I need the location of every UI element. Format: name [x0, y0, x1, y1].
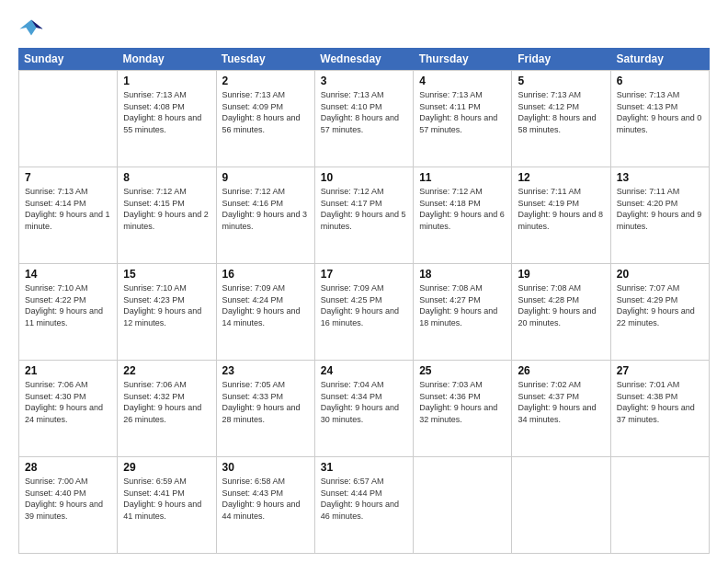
- day-info: Sunrise: 7:11 AM Sunset: 4:19 PM Dayligh…: [518, 186, 604, 232]
- calendar-cell: 5Sunrise: 7:13 AM Sunset: 4:12 PM Daylig…: [512, 71, 610, 167]
- calendar-cell: [414, 457, 512, 553]
- calendar-cell: 11Sunrise: 7:12 AM Sunset: 4:18 PM Dayli…: [414, 167, 512, 263]
- day-info: Sunrise: 7:03 AM Sunset: 4:36 PM Dayligh…: [419, 379, 506, 425]
- calendar-body: 1Sunrise: 7:13 AM Sunset: 4:08 PM Daylig…: [18, 70, 710, 554]
- calendar-cell: 27Sunrise: 7:01 AM Sunset: 4:38 PM Dayli…: [611, 361, 710, 456]
- day-info: Sunrise: 7:13 AM Sunset: 4:14 PM Dayligh…: [25, 186, 111, 232]
- calendar-cell: 16Sunrise: 7:09 AM Sunset: 4:24 PM Dayli…: [217, 264, 315, 360]
- calendar-cell: 18Sunrise: 7:08 AM Sunset: 4:27 PM Dayli…: [414, 264, 512, 360]
- day-info: Sunrise: 7:13 AM Sunset: 4:08 PM Dayligh…: [123, 89, 210, 135]
- day-info: Sunrise: 6:57 AM Sunset: 4:44 PM Dayligh…: [321, 476, 407, 522]
- calendar-cell: 23Sunrise: 7:05 AM Sunset: 4:33 PM Dayli…: [217, 361, 315, 456]
- calendar-cell: 12Sunrise: 7:11 AM Sunset: 4:19 PM Dayli…: [512, 167, 610, 263]
- calendar-cell: 29Sunrise: 6:59 AM Sunset: 4:41 PM Dayli…: [118, 457, 216, 553]
- day-of-week-saturday: Saturday: [611, 48, 710, 70]
- day-info: Sunrise: 7:13 AM Sunset: 4:13 PM Dayligh…: [617, 89, 703, 135]
- day-info: Sunrise: 7:13 AM Sunset: 4:12 PM Dayligh…: [518, 89, 604, 135]
- day-info: Sunrise: 7:13 AM Sunset: 4:10 PM Dayligh…: [321, 89, 407, 135]
- calendar-cell: 2Sunrise: 7:13 AM Sunset: 4:09 PM Daylig…: [217, 71, 315, 167]
- day-info: Sunrise: 7:10 AM Sunset: 4:23 PM Dayligh…: [123, 282, 210, 328]
- day-number: 4: [419, 75, 506, 87]
- calendar-cell: 30Sunrise: 6:58 AM Sunset: 4:43 PM Dayli…: [217, 457, 315, 553]
- day-number: 29: [123, 461, 210, 474]
- calendar-cell: 28Sunrise: 7:00 AM Sunset: 4:40 PM Dayli…: [19, 457, 118, 553]
- day-of-week-sunday: Sunday: [18, 48, 117, 70]
- day-number: 9: [222, 171, 309, 184]
- day-info: Sunrise: 6:58 AM Sunset: 4:43 PM Dayligh…: [222, 476, 309, 522]
- day-number: 5: [518, 75, 604, 87]
- day-number: 12: [518, 171, 604, 184]
- day-info: Sunrise: 7:06 AM Sunset: 4:32 PM Dayligh…: [123, 379, 210, 425]
- header: [18, 15, 710, 40]
- day-number: 19: [518, 268, 604, 281]
- day-info: Sunrise: 7:08 AM Sunset: 4:28 PM Dayligh…: [518, 282, 604, 328]
- day-of-week-wednesday: Wednesday: [314, 48, 413, 70]
- day-number: 3: [321, 75, 407, 87]
- day-number: 13: [617, 171, 703, 184]
- day-number: 17: [321, 268, 407, 281]
- day-info: Sunrise: 7:08 AM Sunset: 4:27 PM Dayligh…: [419, 282, 506, 328]
- calendar-cell: 15Sunrise: 7:10 AM Sunset: 4:23 PM Dayli…: [118, 264, 216, 360]
- day-info: Sunrise: 7:07 AM Sunset: 4:29 PM Dayligh…: [617, 282, 703, 328]
- day-number: 20: [617, 268, 703, 281]
- calendar-cell: [611, 457, 710, 553]
- day-number: 31: [321, 461, 407, 474]
- day-info: Sunrise: 7:04 AM Sunset: 4:34 PM Dayligh…: [321, 379, 407, 425]
- calendar-cell: 26Sunrise: 7:02 AM Sunset: 4:37 PM Dayli…: [512, 361, 610, 456]
- day-number: 25: [419, 364, 506, 377]
- day-number: 10: [321, 171, 407, 184]
- calendar-cell: 24Sunrise: 7:04 AM Sunset: 4:34 PM Dayli…: [315, 361, 414, 456]
- day-number: 23: [222, 364, 309, 377]
- day-number: 11: [419, 171, 506, 184]
- day-number: 7: [25, 171, 111, 184]
- day-info: Sunrise: 7:12 AM Sunset: 4:17 PM Dayligh…: [321, 186, 407, 232]
- day-number: 8: [123, 171, 210, 184]
- day-info: Sunrise: 7:12 AM Sunset: 4:18 PM Dayligh…: [419, 186, 506, 232]
- calendar-cell: 22Sunrise: 7:06 AM Sunset: 4:32 PM Dayli…: [118, 361, 216, 456]
- day-number: 21: [25, 364, 111, 377]
- day-number: 26: [518, 364, 604, 377]
- calendar-cell: [512, 457, 610, 553]
- day-info: Sunrise: 7:12 AM Sunset: 4:16 PM Dayligh…: [222, 186, 309, 232]
- calendar-cell: 1Sunrise: 7:13 AM Sunset: 4:08 PM Daylig…: [118, 71, 216, 167]
- logo: [18, 15, 46, 40]
- calendar-row-4: 21Sunrise: 7:06 AM Sunset: 4:30 PM Dayli…: [19, 360, 710, 456]
- day-number: 14: [25, 268, 111, 281]
- day-of-week-monday: Monday: [117, 48, 215, 70]
- calendar-cell: [19, 71, 118, 167]
- calendar-header: SundayMondayTuesdayWednesdayThursdayFrid…: [18, 48, 710, 70]
- day-number: 6: [617, 75, 703, 87]
- day-info: Sunrise: 7:09 AM Sunset: 4:25 PM Dayligh…: [321, 282, 407, 328]
- day-info: Sunrise: 6:59 AM Sunset: 4:41 PM Dayligh…: [123, 476, 210, 522]
- calendar-cell: 8Sunrise: 7:12 AM Sunset: 4:15 PM Daylig…: [118, 167, 216, 263]
- calendar-cell: 20Sunrise: 7:07 AM Sunset: 4:29 PM Dayli…: [611, 264, 710, 360]
- day-number: 27: [617, 364, 703, 377]
- calendar-cell: 17Sunrise: 7:09 AM Sunset: 4:25 PM Dayli…: [315, 264, 414, 360]
- day-of-week-thursday: Thursday: [414, 48, 512, 70]
- calendar-cell: 19Sunrise: 7:08 AM Sunset: 4:28 PM Dayli…: [512, 264, 610, 360]
- day-number: 28: [25, 461, 111, 474]
- day-info: Sunrise: 7:06 AM Sunset: 4:30 PM Dayligh…: [25, 379, 111, 425]
- day-number: 30: [222, 461, 309, 474]
- day-info: Sunrise: 7:13 AM Sunset: 4:09 PM Dayligh…: [222, 89, 309, 135]
- day-info: Sunrise: 7:01 AM Sunset: 4:38 PM Dayligh…: [617, 379, 703, 425]
- day-of-week-tuesday: Tuesday: [216, 48, 314, 70]
- calendar-cell: 6Sunrise: 7:13 AM Sunset: 4:13 PM Daylig…: [611, 71, 710, 167]
- day-number: 16: [222, 268, 309, 281]
- calendar: SundayMondayTuesdayWednesdayThursdayFrid…: [18, 48, 710, 554]
- page: SundayMondayTuesdayWednesdayThursdayFrid…: [0, 0, 728, 563]
- day-number: 1: [123, 75, 210, 87]
- logo-icon: [18, 15, 44, 40]
- calendar-cell: 3Sunrise: 7:13 AM Sunset: 4:10 PM Daylig…: [315, 71, 414, 167]
- calendar-cell: 14Sunrise: 7:10 AM Sunset: 4:22 PM Dayli…: [19, 264, 118, 360]
- calendar-row-2: 7Sunrise: 7:13 AM Sunset: 4:14 PM Daylig…: [19, 167, 710, 263]
- day-info: Sunrise: 7:09 AM Sunset: 4:24 PM Dayligh…: [222, 282, 309, 328]
- calendar-cell: 9Sunrise: 7:12 AM Sunset: 4:16 PM Daylig…: [217, 167, 315, 263]
- day-number: 2: [222, 75, 309, 87]
- day-info: Sunrise: 7:12 AM Sunset: 4:15 PM Dayligh…: [123, 186, 210, 232]
- day-info: Sunrise: 7:00 AM Sunset: 4:40 PM Dayligh…: [25, 476, 111, 522]
- day-info: Sunrise: 7:13 AM Sunset: 4:11 PM Dayligh…: [419, 89, 506, 135]
- calendar-cell: 13Sunrise: 7:11 AM Sunset: 4:20 PM Dayli…: [611, 167, 710, 263]
- calendar-cell: 25Sunrise: 7:03 AM Sunset: 4:36 PM Dayli…: [414, 361, 512, 456]
- day-info: Sunrise: 7:10 AM Sunset: 4:22 PM Dayligh…: [25, 282, 111, 328]
